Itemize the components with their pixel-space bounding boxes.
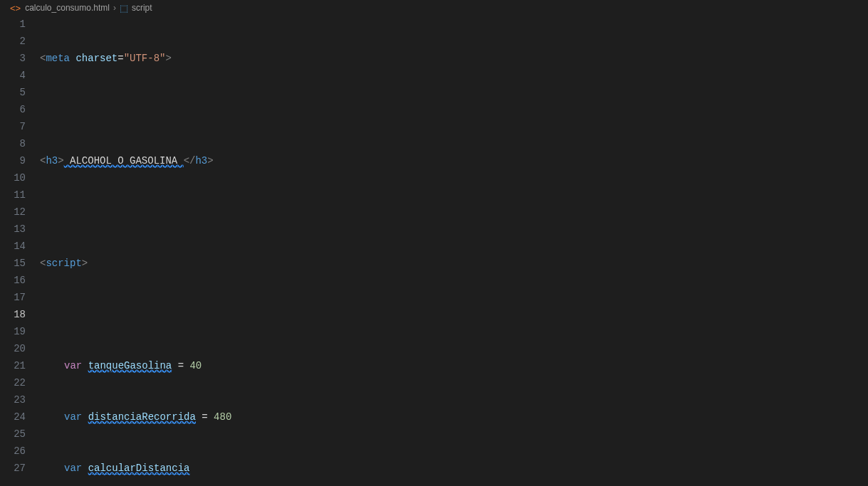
line-number: 10 xyxy=(0,169,26,186)
code-line[interactable] xyxy=(40,306,868,323)
line-number: 17 xyxy=(0,289,26,306)
chevron-right-icon: › xyxy=(113,3,116,13)
breadcrumb[interactable]: <> calculo_consumo.html › ⬚ script xyxy=(0,0,868,16)
line-number: 14 xyxy=(0,238,26,255)
line-number: 6 xyxy=(0,101,26,118)
code-line[interactable]: <meta charset="UTF-8"> xyxy=(40,50,868,67)
line-number: 21 xyxy=(0,357,26,374)
line-number: 19 xyxy=(0,323,26,340)
line-number: 27 xyxy=(0,460,26,477)
code-line[interactable] xyxy=(40,101,868,118)
code-line[interactable]: var calcularDistancia xyxy=(40,460,868,477)
line-number: 22 xyxy=(0,374,26,391)
line-number: 12 xyxy=(0,204,26,221)
line-number: 18 xyxy=(0,306,26,323)
html-file-icon: <> xyxy=(10,3,21,14)
line-number: 13 xyxy=(0,221,26,238)
line-number: 7 xyxy=(0,118,26,135)
line-number: 3 xyxy=(0,50,26,67)
line-number: 20 xyxy=(0,340,26,357)
code-line[interactable]: <h3> ALCOHOL O GASOLINA </h3> xyxy=(40,152,868,169)
line-number: 1 xyxy=(0,16,26,33)
code-area[interactable]: <meta charset="UTF-8"> <h3> ALCOHOL O GA… xyxy=(40,16,868,486)
line-number: 11 xyxy=(0,186,26,204)
code-line[interactable]: var tanqueGasolina = 40 xyxy=(40,357,868,374)
line-number: 23 xyxy=(0,391,26,408)
code-editor[interactable]: 1 2 3 4 5 6 7 8 9 10 11 12 13 14 15 16 1… xyxy=(0,16,868,486)
line-number: 15 xyxy=(0,255,26,272)
code-line[interactable]: var distanciaRecorrida = 480 xyxy=(40,408,868,426)
line-number-gutter: 1 2 3 4 5 6 7 8 9 10 11 12 13 14 15 16 1… xyxy=(0,16,40,486)
line-number: 4 xyxy=(0,67,26,84)
line-number: 2 xyxy=(0,33,26,50)
code-line[interactable] xyxy=(40,204,868,221)
line-number: 26 xyxy=(0,443,26,460)
breadcrumb-symbol[interactable]: script xyxy=(132,3,152,13)
line-number: 8 xyxy=(0,135,26,152)
breadcrumb-file[interactable]: calculo_consumo.html xyxy=(25,3,110,13)
line-number: 25 xyxy=(0,426,26,443)
symbol-icon: ⬚ xyxy=(120,3,128,14)
code-line[interactable]: <script> xyxy=(40,255,868,272)
line-number: 5 xyxy=(0,84,26,101)
line-number: 24 xyxy=(0,408,26,426)
line-number: 9 xyxy=(0,152,26,169)
line-number: 16 xyxy=(0,272,26,289)
